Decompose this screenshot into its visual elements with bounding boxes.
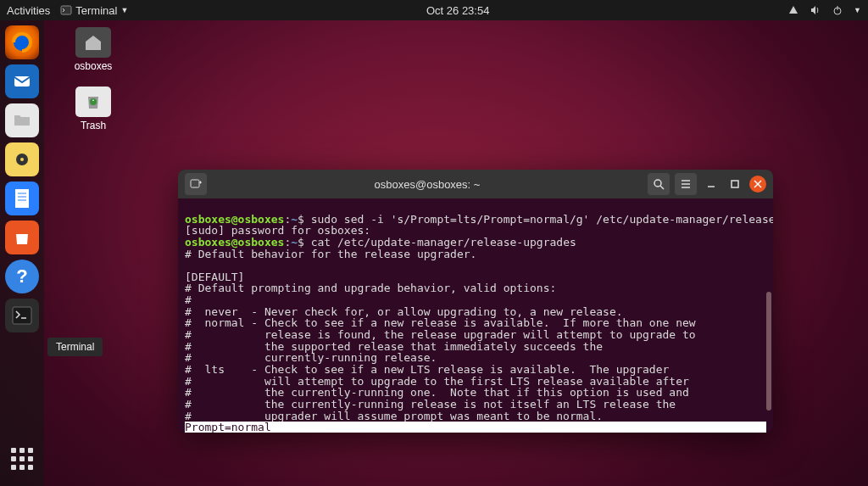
scrollbar-thumb[interactable] (766, 292, 771, 411)
document-icon (14, 188, 31, 209)
thunderbird-icon (12, 71, 32, 92)
desktop-icon-trash[interactable]: Trash (66, 87, 120, 131)
search-button[interactable] (648, 173, 670, 195)
close-button[interactable] (749, 176, 766, 193)
help-icon: ? (16, 265, 27, 288)
dock-tooltip: Terminal (47, 338, 103, 356)
new-tab-button[interactable] (185, 173, 207, 195)
app-menu-label: Terminal (75, 4, 117, 17)
shopping-bag-icon (13, 228, 31, 247)
titlebar-right (648, 173, 766, 195)
network-icon (787, 4, 799, 16)
search-icon (653, 178, 665, 190)
window-title-bar[interactable]: osboxes@osboxes: ~ (178, 170, 773, 198)
dock-terminal[interactable] (5, 299, 39, 332)
dock: ? (0, 20, 44, 486)
clock[interactable]: Oct 26 23:54 (426, 4, 489, 17)
show-applications-button[interactable] (5, 442, 39, 476)
minimize-button[interactable] (702, 175, 721, 193)
window-title: osboxes@osboxes: ~ (207, 178, 648, 191)
menu-button[interactable] (675, 173, 697, 195)
svg-line-18 (660, 186, 664, 189)
volume-icon (810, 4, 821, 16)
hamburger-icon (680, 178, 692, 190)
files-icon (12, 110, 32, 131)
dock-rhythmbox[interactable] (5, 142, 39, 176)
svg-rect-14 (191, 180, 199, 187)
maximize-icon (730, 179, 740, 189)
desktop-icon-label: osboxes (66, 60, 120, 72)
svg-point-6 (20, 158, 24, 161)
app-menu[interactable]: Terminal ▼ (60, 4, 128, 17)
titlebar-left (185, 173, 207, 195)
close-icon (754, 180, 762, 188)
trash-icon (75, 87, 111, 117)
dock-files[interactable] (5, 103, 39, 137)
music-icon (14, 151, 31, 168)
dock-libreoffice[interactable] (5, 182, 39, 215)
desktop-icon-label: Trash (66, 120, 120, 131)
power-icon (832, 4, 843, 16)
maximize-button[interactable] (726, 175, 744, 193)
dock-firefox[interactable] (5, 25, 39, 59)
terminal-output: # Default prompting and upgrade behavior… (185, 282, 556, 294)
firefox-icon (11, 31, 33, 53)
terminal-window: osboxes@osboxes: ~ osboxes@osboxes:~$ su… (178, 170, 773, 433)
svg-point-17 (654, 180, 661, 187)
desktop-icon-home[interactable]: osboxes (66, 27, 120, 72)
terminal-output-highlight: Prompt=normal (185, 422, 766, 433)
minimize-icon (706, 179, 716, 189)
terminal-small-icon (60, 4, 72, 16)
terminal-icon (12, 306, 32, 325)
svg-rect-11 (13, 307, 31, 324)
topbar-left: Activities Terminal ▼ (7, 4, 128, 17)
home-folder-icon (75, 27, 111, 58)
dock-software[interactable] (5, 221, 39, 254)
status-area[interactable]: ▼ (787, 4, 861, 16)
activities-button[interactable]: Activities (7, 4, 50, 17)
dock-help[interactable]: ? (5, 260, 39, 293)
svg-rect-0 (61, 6, 71, 14)
chevron-down-icon: ▼ (120, 6, 128, 14)
terminal-body[interactable]: osboxes@osboxes:~$ sudo sed -i 's/Prompt… (178, 198, 773, 433)
terminal-output: # Default behavior for the release upgra… (185, 248, 476, 260)
svg-rect-7 (15, 189, 29, 208)
terminal-command: sudo sed -i 's/Prompt=lts/Prompt=normal/… (304, 213, 773, 226)
chevron-down-icon: ▼ (854, 6, 861, 14)
svg-rect-23 (732, 181, 738, 187)
new-tab-icon (189, 177, 203, 191)
gnome-topbar: Activities Terminal ▼ Oct 26 23:54 ▼ (0, 0, 868, 20)
dock-thunderbird[interactable] (5, 64, 39, 98)
